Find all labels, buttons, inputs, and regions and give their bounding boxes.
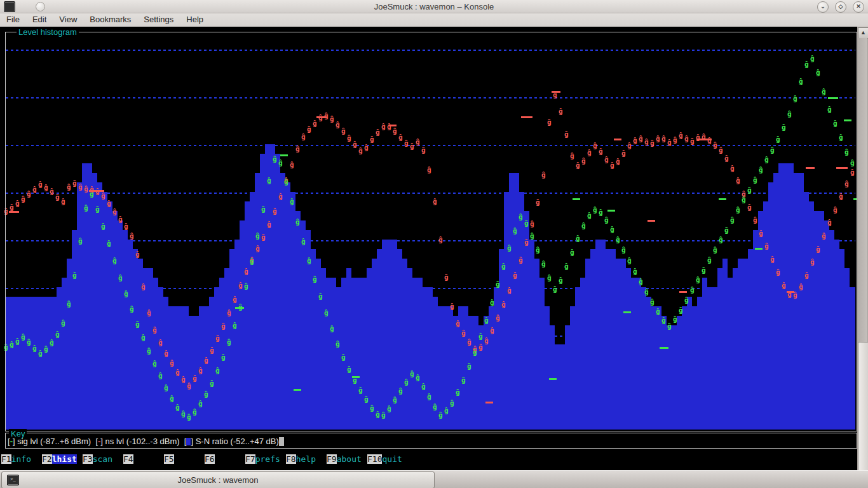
window-titlebar[interactable]: JoeSmuck : wavemon – Konsole ⌄ ◇ ✕ (0, 0, 868, 13)
key-symbol: - (10, 437, 13, 446)
fkey-label: help (296, 454, 316, 464)
fkey-chip: F5 (164, 454, 174, 464)
menu-item-settings[interactable]: Settings (137, 13, 180, 24)
window-title: JoeSmuck : wavemon – Konsole (0, 2, 868, 11)
minimize-button[interactable]: ⌄ (817, 1, 829, 13)
menu-item-help[interactable]: Help (180, 13, 210, 24)
text-cursor (279, 437, 284, 446)
menu-item-edit[interactable]: Edit (26, 13, 53, 24)
maximize-button[interactable]: ◇ (835, 1, 846, 13)
fkey-chip: F10 (367, 454, 382, 464)
menu-item-view[interactable]: View (53, 13, 83, 24)
fkey-f6[interactable]: F6 (205, 454, 215, 464)
scrollbar-thumb[interactable] (858, 342, 868, 471)
fkey-chip: F8 (286, 454, 296, 464)
desktop-screen: JoeSmuck : wavemon – Konsole ⌄ ◇ ✕ FileE… (0, 0, 868, 488)
terminal-scrollbar[interactable]: ▲ (857, 27, 868, 470)
fkey-label: about (337, 454, 362, 464)
fkey-chip: F6 (205, 454, 215, 464)
fkey-label: lhist (52, 454, 77, 464)
desktop-taskbar: >_ JoeSmuck : wavemon (0, 470, 868, 488)
key-symbol (186, 438, 191, 445)
menu-item-file[interactable]: File (0, 13, 26, 24)
fkey-label: info (11, 454, 31, 464)
scroll-up-icon[interactable]: ▲ (858, 27, 868, 39)
close-button[interactable]: ✕ (853, 1, 864, 13)
taskbar-window-label: JoeSmuck : wavemon (2, 475, 434, 485)
fkey-chip: F2 (42, 454, 52, 464)
fkey-f10-quit[interactable]: F10quit (367, 454, 402, 464)
fkey-label: prefs (255, 454, 280, 464)
menu-item-bookmarks[interactable]: Bookmarks (83, 13, 137, 24)
function-key-bar: F1infoF2lhistF3scanF4F5F6F7prefsF8helpF9… (0, 454, 857, 465)
fkey-f3-scan[interactable]: F3scan (83, 454, 112, 464)
fkey-f7-prefs[interactable]: F7prefs (245, 454, 280, 464)
fkey-f9-about[interactable]: F9about (327, 454, 362, 464)
key-symbol: - (98, 437, 100, 446)
fkey-f1-info[interactable]: F1info (1, 454, 31, 464)
fkey-chip: F7 (245, 454, 255, 464)
fkey-chip: F3 (83, 454, 93, 464)
chart-border-box (5, 32, 857, 431)
scrollbar-track[interactable] (858, 38, 867, 470)
fkey-f5[interactable]: F5 (164, 454, 174, 464)
fkey-label: quit (382, 454, 402, 464)
fkey-chip: F4 (123, 454, 133, 464)
chart-title: Level histogram (17, 27, 79, 37)
fkey-f8-help[interactable]: F8help (286, 454, 316, 464)
taskbar-window-button[interactable]: >_ JoeSmuck : wavemon (1, 471, 435, 488)
fkey-f4[interactable]: F4 (123, 454, 133, 464)
fkey-chip: F1 (1, 454, 11, 464)
menu-bar: FileEditViewBookmarksSettingsHelp (0, 13, 868, 27)
key-legend-line: [-] sig lvl (-87..+6 dBm) [-] ns lvl (-1… (8, 437, 284, 446)
fkey-label: scan (93, 454, 112, 464)
fkey-chip: F9 (327, 454, 337, 464)
fkey-f2-lhist[interactable]: F2lhist (42, 454, 77, 464)
